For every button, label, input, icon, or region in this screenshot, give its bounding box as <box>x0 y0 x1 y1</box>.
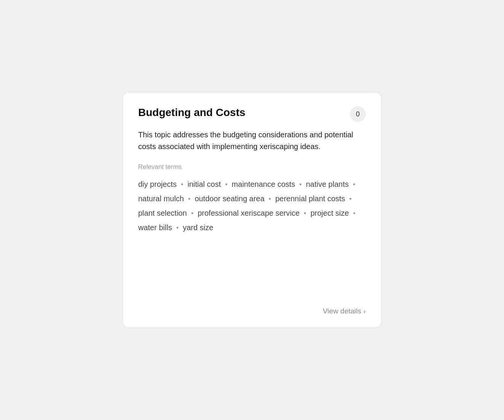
term-item: water bills <box>138 223 172 232</box>
term-item: outdoor seating area <box>195 194 264 203</box>
term-separator: • <box>189 210 195 217</box>
term-item: natural mulch <box>138 194 184 203</box>
topic-card: Budgeting and Costs 0 This topic address… <box>123 92 381 328</box>
term-separator: • <box>267 195 273 203</box>
term-item: project size <box>310 209 349 217</box>
term-separator: • <box>351 210 356 217</box>
relevant-terms-label: Relevant terms <box>138 163 366 171</box>
view-details-label: View details <box>323 307 361 315</box>
term-separator: • <box>179 181 185 188</box>
card-title: Budgeting and Costs <box>138 106 246 119</box>
term-separator: • <box>297 181 303 188</box>
count-badge: 0 <box>350 106 366 122</box>
term-separator: • <box>302 210 308 217</box>
terms-list: diy projects • initial cost • maintenanc… <box>138 177 366 296</box>
term-item: yard size <box>183 223 213 232</box>
term-separator: • <box>223 181 229 188</box>
card-description: This topic addresses the budgeting consi… <box>138 129 366 153</box>
term-separator: • <box>174 224 180 232</box>
term-item: maintenance costs <box>232 180 295 188</box>
term-item: diy projects <box>138 180 177 188</box>
term-separator: • <box>348 195 352 203</box>
view-details-button[interactable]: View details › <box>323 307 366 315</box>
term-item: native plants <box>306 180 349 188</box>
chevron-right-icon: › <box>364 307 366 315</box>
card-header: Budgeting and Costs 0 <box>138 106 366 122</box>
term-item: professional xeriscape service <box>198 209 300 217</box>
term-separator: • <box>186 195 192 203</box>
card-footer: View details › <box>138 307 366 315</box>
term-separator: • <box>351 181 355 188</box>
term-item: initial cost <box>187 180 221 188</box>
term-item: perennial plant costs <box>275 194 345 203</box>
term-item: plant selection <box>138 209 187 217</box>
